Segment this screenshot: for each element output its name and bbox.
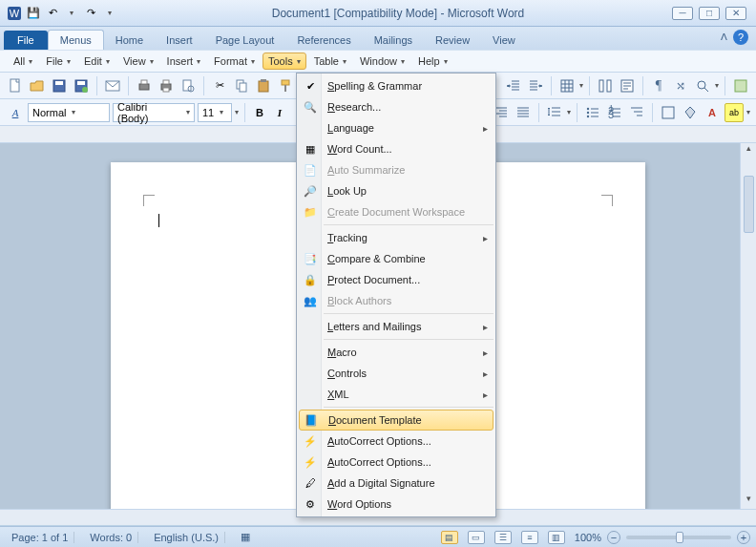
dropdown-item-tracking[interactable]: Tracking [297,227,495,248]
outdent-icon[interactable] [504,76,523,95]
columns-icon[interactable] [596,76,615,95]
justify-icon[interactable] [514,103,533,122]
table-caret[interactable]: ▾ [579,81,583,90]
size-combo[interactable]: 11▾ [198,103,232,122]
qat-redo-icon[interactable]: ↷ [82,5,99,22]
zoom-in-button[interactable]: + [737,531,750,544]
bullets-icon[interactable] [583,103,602,122]
dropdown-item-word-count[interactable]: ▦Word Count... [297,138,495,159]
copy-icon[interactable] [232,76,251,95]
highlight-caret[interactable]: ▾ [746,108,750,116]
view-full-screen-icon[interactable]: ▭ [468,531,485,544]
save-icon[interactable] [50,76,69,95]
dropdown-item-add-a-digital-signature[interactable]: 🖊Add a Digital Signature [297,473,495,494]
dropdown-item-xml[interactable]: XML [297,384,495,405]
dropdown-item-language[interactable]: Language [297,117,495,138]
dropdown-item-word-options[interactable]: ⚙Word Options [297,494,495,515]
menu-table[interactable]: Table▾ [308,53,352,70]
view-outline-icon[interactable]: ≡ [521,531,538,544]
zoom-value[interactable]: 100% [575,532,601,543]
tab-review[interactable]: Review [424,31,481,50]
view-draft-icon[interactable]: ▥ [548,531,565,544]
numbering-icon[interactable]: 123 [605,103,624,122]
scroll-thumb[interactable] [744,176,754,233]
print-preview-icon[interactable] [178,76,198,95]
grow-shrink-caret[interactable]: ▾ [235,108,239,116]
qat-undo-icon[interactable]: ↶ [44,5,61,22]
new-doc-icon[interactable] [6,76,25,95]
tab-page-layout[interactable]: Page Layout [204,31,286,50]
view-print-layout-icon[interactable]: ▤ [441,531,458,544]
dropdown-item-protect-document[interactable]: 🔒Protect Document... [297,269,495,290]
style-icon[interactable] [731,76,750,95]
status-words[interactable]: Words: 0 [84,532,138,543]
minimize-button[interactable]: ─ [672,7,693,20]
help-icon[interactable]: ? [733,30,748,45]
menu-all[interactable]: All▾ [8,53,38,70]
close-button[interactable]: ✕ [725,7,746,20]
dropdown-item-research[interactable]: 🔍Research... [297,96,495,117]
status-page[interactable]: Page: 1 of 1 [6,532,74,543]
dropdown-item-macro[interactable]: Macro [297,342,495,363]
paste-icon[interactable] [254,76,273,95]
menu-help[interactable]: Help▾ [412,53,453,70]
menu-insert[interactable]: Insert▾ [161,53,207,70]
style-combo[interactable]: Normal▾ [28,103,110,122]
doc-map-icon[interactable] [618,76,637,95]
tab-home[interactable]: Home [104,31,155,50]
print-icon[interactable] [157,76,176,95]
find-caret[interactable]: ▾ [715,81,719,90]
vertical-scrollbar[interactable]: ▴ ▾ [740,143,756,509]
menu-edit[interactable]: Edit▾ [78,53,116,70]
dropdown-item-autocorrect-options[interactable]: ⚡AutoCorrect Options... [297,431,495,452]
tab-mailings[interactable]: Mailings [363,31,424,50]
scroll-down-arrow[interactable]: ▾ [741,494,756,509]
mail-icon[interactable] [103,76,122,95]
scroll-up-arrow[interactable]: ▴ [741,143,756,158]
tab-file[interactable]: File [4,31,48,50]
borders-icon[interactable] [659,103,678,122]
view-web-layout-icon[interactable]: ☰ [494,531,512,544]
menu-window[interactable]: Window▾ [354,53,410,70]
font-color-indicator[interactable]: A [6,103,25,122]
indent-icon[interactable] [526,76,545,95]
status-language[interactable]: English (U.S.) [148,532,225,543]
qat-customize-caret[interactable]: ▾ [101,5,118,22]
dropdown-item-document-template[interactable]: 📘Document Template [299,410,494,431]
collapse-ribbon-icon[interactable]: ᐱ [721,32,727,42]
line-spacing-icon[interactable] [545,103,564,122]
menu-file[interactable]: File▾ [40,53,76,70]
dropdown-item-compare-combine[interactable]: 📑Compare & Combine [297,248,495,269]
zoom-out-button[interactable]: − [607,531,620,544]
multilevel-list-icon[interactable] [627,103,646,122]
highlight-icon[interactable]: ab [724,103,744,122]
tab-view[interactable]: View [481,31,527,50]
italic-button[interactable]: I [271,104,288,121]
dropdown-item-controls[interactable]: Controls [297,363,495,384]
menu-format[interactable]: Format▾ [208,53,261,70]
cut-icon[interactable]: ✂ [210,76,229,95]
tab-references[interactable]: References [285,31,362,50]
qat-save-icon[interactable]: 💾 [25,5,42,22]
font-color-icon[interactable]: A [703,103,722,122]
open-icon[interactable] [28,76,47,95]
dropdown-item-autocorrect-options[interactable]: ⚡AutoCorrect Options... [297,452,495,473]
tab-insert[interactable]: Insert [155,31,204,50]
dropdown-item-letters-and-mailings[interactable]: Letters and Mailings [297,316,495,337]
save-as-icon[interactable] [72,76,91,95]
qat-undo-caret[interactable]: ▾ [63,5,80,22]
dropdown-item-look-up[interactable]: 🔎Look Up [297,180,495,201]
table-icon[interactable] [557,76,577,95]
shading-icon[interactable] [681,103,700,122]
menu-view[interactable]: View▾ [117,53,159,70]
font-combo[interactable]: Calibri (Body)▾ [113,103,195,122]
quick-print-icon[interactable] [135,76,154,95]
sort-icon[interactable]: ⤭ [671,76,690,95]
tab-menus[interactable]: Menus [48,30,104,50]
zoom-slider[interactable] [626,536,731,539]
bold-button[interactable]: B [251,104,268,121]
dropdown-item-spelling-grammar[interactable]: ✔Spelling & Grammar [297,75,495,96]
status-macro-icon[interactable]: ▦ [235,531,256,543]
maximize-button[interactable]: □ [699,7,720,20]
format-painter-icon[interactable] [276,76,295,95]
